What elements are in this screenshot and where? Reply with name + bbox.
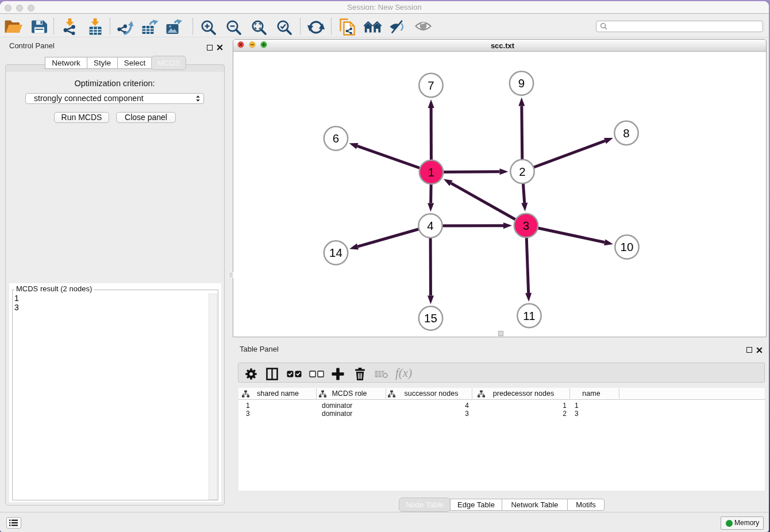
svg-text:11: 11 [523, 309, 535, 322]
svg-text:9: 9 [518, 76, 525, 90]
svg-text:2: 2 [519, 165, 525, 178]
svg-text:4: 4 [427, 219, 433, 232]
svg-text:1: 1 [428, 165, 434, 179]
svg-text:14: 14 [329, 246, 342, 259]
svg-text:15: 15 [424, 311, 437, 325]
svg-text:3: 3 [523, 219, 529, 232]
svg-text:6: 6 [333, 132, 339, 145]
svg-text:8: 8 [623, 126, 629, 140]
svg-text:10: 10 [621, 240, 634, 253]
svg-text:7: 7 [428, 79, 434, 92]
